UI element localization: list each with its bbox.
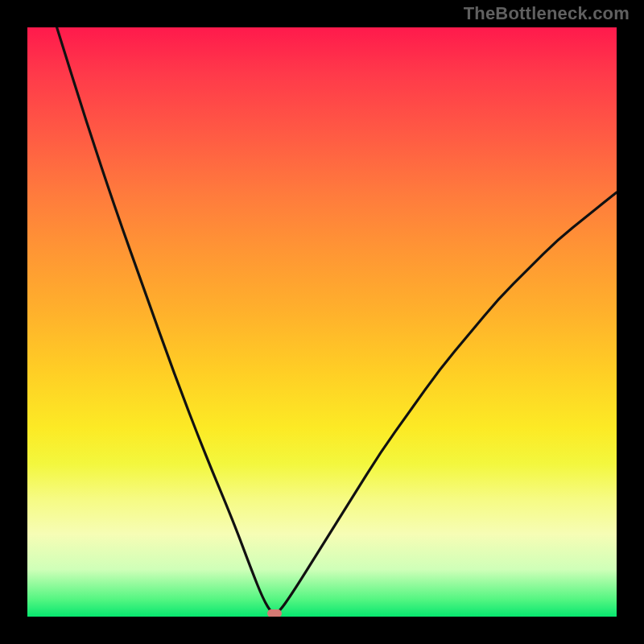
- bottleneck-curve: [27, 27, 617, 617]
- watermark-text: TheBottleneck.com: [464, 3, 630, 24]
- plot-area: [27, 27, 617, 617]
- minimum-marker: [267, 609, 282, 617]
- curve-path: [57, 27, 617, 613]
- chart-frame: TheBottleneck.com: [0, 0, 644, 644]
